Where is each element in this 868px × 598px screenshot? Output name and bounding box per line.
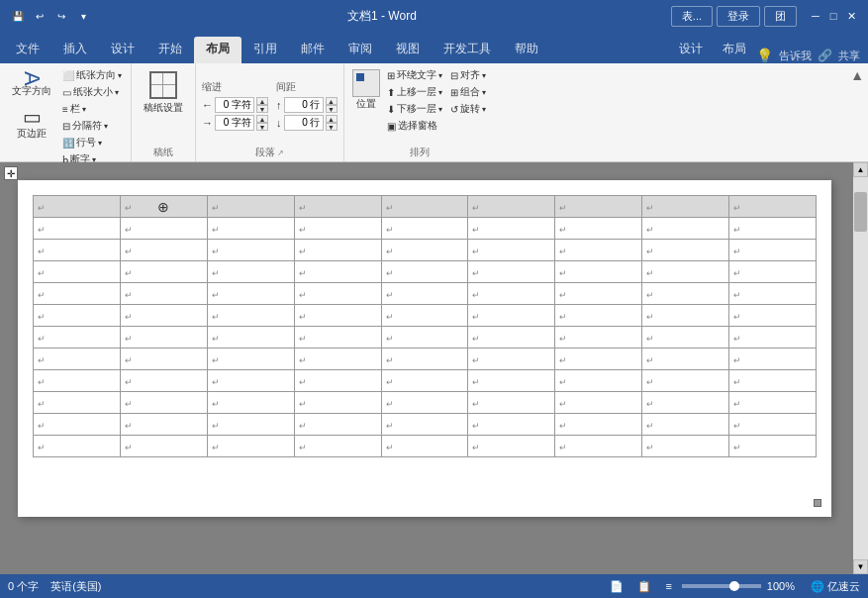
tab-developer[interactable]: 开发工具 — [432, 37, 503, 63]
indent-right-down[interactable]: ▼ — [256, 123, 268, 131]
table-cell[interactable]: ↵ — [120, 283, 207, 305]
vertical-scrollbar[interactable]: ▲ ▼ — [853, 162, 868, 574]
table-cell[interactable]: ↵ — [381, 283, 468, 305]
spacing-before-up[interactable]: ▲ — [326, 97, 338, 105]
table-cell[interactable]: ↵ — [729, 305, 817, 327]
table-cell[interactable]: ↵ — [120, 305, 207, 327]
table-cell[interactable]: ↵ — [207, 218, 294, 240]
tab-table-layout[interactable]: 布局 — [713, 37, 756, 63]
table-cell[interactable]: ↵ — [294, 218, 381, 240]
table-cell[interactable]: ↵ — [381, 240, 468, 261]
selection-pane-btn[interactable]: ▣ 选择窗格 — [384, 118, 445, 134]
table-cell[interactable]: ↵ — [555, 305, 642, 327]
text-direction-btn[interactable]: A 文字方向 — [6, 67, 57, 102]
table-cell[interactable]: ↵ — [34, 305, 121, 327]
tab-design[interactable]: 设计 — [99, 37, 146, 63]
table-cell[interactable]: ↵ — [555, 261, 642, 283]
redo-quick-btn[interactable]: ↪ — [51, 6, 71, 26]
table-cell[interactable]: ↵ — [294, 261, 381, 283]
table-cell[interactable]: ↵ — [642, 392, 729, 414]
table-cell[interactable]: ↵ — [294, 327, 381, 349]
table-cell[interactable]: ↵ — [381, 261, 468, 283]
table-cell[interactable]: ↵ — [729, 414, 817, 436]
bring-forward-btn[interactable]: ⬆ 上移一层 ▾ — [384, 84, 445, 100]
table-cell[interactable]: ↵ — [555, 370, 642, 392]
table-cell[interactable]: ↵ — [294, 392, 381, 414]
table-cell[interactable]: ↵ — [729, 370, 817, 392]
table-cell[interactable]: ↵ — [34, 283, 121, 305]
table-cell[interactable]: ↵⊕ — [120, 196, 207, 218]
table-cell[interactable]: ↵ — [120, 392, 207, 414]
spacing-before-input[interactable] — [284, 97, 324, 113]
table-cell[interactable]: ↵ — [729, 196, 817, 218]
table-cell[interactable]: ↵ — [729, 392, 817, 414]
table-cell[interactable]: ↵ — [729, 261, 817, 283]
table-cell[interactable]: ↵ — [729, 327, 817, 349]
table-cell[interactable]: ↵ — [555, 218, 642, 240]
table-resize-handle[interactable] — [814, 499, 821, 507]
table-cell[interactable]: ↵ — [642, 327, 729, 349]
table-cell[interactable]: ↵ — [642, 196, 729, 218]
tell-me-text[interactable]: 告诉我 — [779, 49, 812, 63]
spacing-after-input[interactable] — [284, 115, 324, 131]
paragraph-expand-icon[interactable]: ↗ — [277, 149, 284, 157]
zoom-thumb[interactable] — [729, 581, 739, 591]
scroll-down-btn[interactable]: ▼ — [853, 559, 868, 574]
table-cell[interactable]: ↵ — [642, 436, 729, 457]
line-number-btn[interactable]: 🔢 行号 ▾ — [59, 135, 125, 150]
zoom-slider[interactable] — [682, 584, 761, 588]
orientation-btn[interactable]: ⬜ 纸张方向 ▾ — [59, 67, 125, 83]
send-backward-btn[interactable]: ⬇ 下移一层 ▾ — [384, 101, 445, 117]
table-cell[interactable]: ↵ — [381, 305, 468, 327]
table-cell[interactable]: ↵ — [468, 370, 555, 392]
tab-references[interactable]: 引用 — [241, 37, 289, 63]
close-btn[interactable]: ✕ — [842, 7, 860, 25]
tab-file[interactable]: 文件 — [4, 37, 51, 63]
scroll-thumb[interactable] — [854, 192, 867, 232]
table-cell[interactable]: ↵ — [120, 370, 207, 392]
table-cell[interactable]: ↵ — [642, 261, 729, 283]
wrap-text-btn[interactable]: ⊞ 环绕文字 ▾ — [384, 67, 445, 83]
table-cell[interactable]: ↵ — [120, 240, 207, 261]
table-cell[interactable]: ↵ — [555, 414, 642, 436]
table-cell[interactable]: ↵ — [468, 436, 555, 457]
table-cell[interactable]: ↵ — [207, 240, 294, 261]
view-read-btn[interactable]: 📋 — [633, 579, 655, 594]
paper-size-btn[interactable]: ▭ 纸张大小 ▾ — [59, 84, 125, 100]
table-cell[interactable]: ↵ — [294, 283, 381, 305]
table-cell[interactable]: ↵ — [555, 349, 642, 370]
tab-home[interactable]: 开始 — [146, 37, 194, 63]
table-cell[interactable]: ↵ — [468, 196, 555, 218]
save-quick-btn[interactable]: 💾 — [8, 6, 28, 26]
share-text[interactable]: 共享 — [838, 49, 860, 63]
table-cell[interactable]: ↵ — [207, 392, 294, 414]
group-btn[interactable]: ⊞ 组合 ▾ — [447, 84, 489, 100]
tab-insert[interactable]: 插入 — [51, 37, 99, 63]
table-cell[interactable]: ↵ — [120, 414, 207, 436]
table-cell[interactable]: ↵ — [120, 349, 207, 370]
indent-left-input[interactable] — [215, 97, 254, 113]
table-cell[interactable]: ↵ — [468, 218, 555, 240]
margins-btn[interactable]: ▭ 页边距 — [11, 103, 52, 145]
table-cell[interactable]: ↵ — [642, 349, 729, 370]
view-web-btn[interactable]: ≡ — [661, 579, 675, 593]
table-cell[interactable]: ↵ — [729, 240, 817, 261]
table-cell[interactable]: ↵ — [120, 436, 207, 457]
table-cell[interactable]: ↵ — [729, 218, 817, 240]
spacing-before-down[interactable]: ▼ — [326, 105, 338, 113]
table-display-btn[interactable]: 表... — [671, 6, 713, 27]
table-cell[interactable]: ↵ — [468, 327, 555, 349]
table-cell[interactable]: ↵ — [729, 349, 817, 370]
table-cell[interactable]: ↵ — [381, 370, 468, 392]
minimize-btn[interactable]: ─ — [807, 7, 824, 25]
table-cell[interactable]: ↵ — [294, 370, 381, 392]
table-cell[interactable]: ↵ — [468, 349, 555, 370]
table-cell[interactable]: ↵ — [381, 414, 468, 436]
table-cell[interactable]: ↵ — [34, 392, 121, 414]
table-cell[interactable]: ↵ — [294, 349, 381, 370]
table-cell[interactable]: ↵ — [642, 240, 729, 261]
table-cell[interactable]: ↵ — [34, 196, 121, 218]
table-cell[interactable]: ↵ — [468, 392, 555, 414]
table-cell[interactable]: ↵ — [294, 240, 381, 261]
table-cell[interactable]: ↵ — [642, 218, 729, 240]
